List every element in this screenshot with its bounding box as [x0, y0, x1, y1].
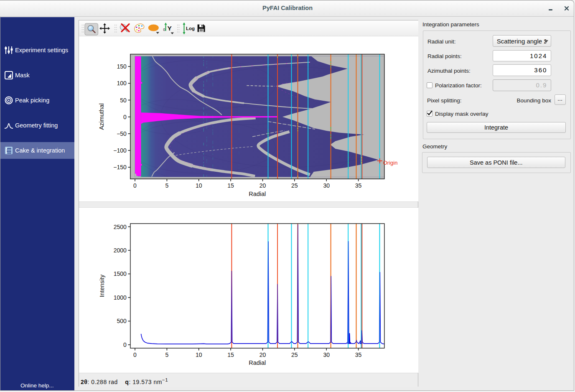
svg-text:35: 35 [355, 351, 361, 358]
svg-text:5: 5 [165, 182, 168, 189]
svg-text:100: 100 [117, 80, 127, 87]
svg-text:0: 0 [123, 341, 127, 348]
svg-text:Radial: Radial [249, 191, 266, 197]
svg-text:500: 500 [117, 318, 127, 324]
svg-text:150: 150 [117, 63, 127, 70]
svg-text:−100: −100 [113, 147, 127, 154]
svg-text:Radial: Radial [249, 359, 266, 366]
svg-text:0: 0 [163, 27, 165, 31]
svg-text:Intensity: Intensity [98, 274, 105, 297]
svg-text:Y: Y [167, 25, 172, 32]
svg-text:10: 10 [195, 182, 202, 189]
svg-text:1000: 1000 [113, 294, 126, 301]
svg-text:25: 25 [291, 351, 298, 358]
svg-text:30: 30 [323, 182, 330, 189]
svg-text:Log: Log [186, 26, 195, 31]
svg-text:35: 35 [355, 182, 361, 189]
svg-text:−50: −50 [117, 130, 127, 137]
svg-text:1500: 1500 [113, 270, 126, 277]
svg-text:15: 15 [227, 182, 234, 189]
svg-text:0: 0 [133, 182, 137, 189]
svg-text:2500: 2500 [113, 224, 126, 230]
svg-text:10: 10 [195, 351, 202, 358]
svg-text:0: 0 [133, 351, 137, 358]
svg-text:20: 20 [259, 182, 266, 189]
svg-text:50: 50 [120, 97, 127, 104]
svg-text:20: 20 [259, 351, 266, 358]
svg-text:−150: −150 [113, 164, 127, 171]
svg-text:25: 25 [291, 182, 298, 189]
svg-text:Origin: Origin [383, 160, 397, 166]
svg-text:5: 5 [165, 351, 168, 358]
svg-text:0: 0 [123, 114, 127, 120]
svg-text:Azimuthal: Azimuthal [98, 103, 105, 130]
svg-text:30: 30 [323, 351, 330, 358]
svg-text:15: 15 [227, 351, 234, 358]
svg-text:2000: 2000 [113, 247, 126, 254]
